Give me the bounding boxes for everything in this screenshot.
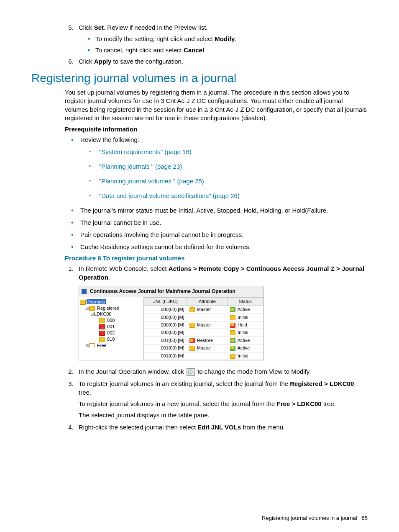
section-heading: Registering journal volumes in a journal — [31, 72, 368, 85]
text: . Review if needed in the Preview list. — [104, 24, 207, 31]
intro-paragraph: You set up journal volumes by registerin… — [65, 88, 368, 122]
procedure-list: In Remote Web Console, select Actions > … — [31, 264, 368, 432]
prerequisite-list: Review the following: "System requiremen… — [31, 135, 368, 251]
window-title: Continuous Access Journal for Mainframe … — [90, 288, 235, 295]
link-data-journal-specs[interactable]: "Data and journal volume specifications"… — [99, 192, 240, 199]
expand-icon[interactable]: ⊞ — [85, 343, 89, 349]
cell-attribute: Master — [187, 321, 228, 329]
status-icon — [230, 307, 235, 312]
cell-jnl: 001(00) [M] — [144, 352, 187, 360]
table-row[interactable]: 001(00) [M] Restore Active — [144, 337, 263, 344]
bold-text: Apply — [94, 58, 112, 65]
tree-label: 010 — [107, 337, 115, 342]
tree-ldkc00[interactable]: ⊟LDKC00 — [80, 311, 143, 317]
cell-status: Initial — [228, 329, 263, 337]
tree-free[interactable]: ⊞ Free — [80, 342, 143, 349]
bold-text: Set — [94, 24, 104, 31]
link-system-requirements[interactable]: "System requirements" (page 16) — [99, 148, 192, 155]
table-row[interactable]: 000(00) [M] Initial — [144, 314, 263, 321]
cell-status: Hold — [228, 321, 263, 329]
cell-attribute: Master — [187, 306, 228, 314]
col-status[interactable]: Status — [228, 297, 263, 306]
tree-label: Journals — [87, 299, 106, 304]
cell-attribute: Restore — [187, 337, 228, 344]
journal-icon — [99, 337, 105, 342]
journal-table[interactable]: JNL (LDKC) Attribute Status 000(00) [M] … — [144, 297, 263, 360]
cell-status: Active — [228, 344, 263, 352]
window-icon — [82, 289, 87, 294]
tree-node-001[interactable]: 001 — [80, 324, 143, 330]
link-planning-journals[interactable]: "Planning journals " (page 23) — [99, 163, 182, 170]
cell-attribute — [187, 314, 228, 321]
folder-icon — [89, 306, 95, 311]
col-jnl[interactable]: JNL (LDKC) — [144, 297, 187, 306]
step-6: Click Apply to save the configuration. — [75, 57, 368, 66]
modify-mode-icon[interactable] — [187, 368, 195, 376]
cell-attribute — [187, 329, 228, 337]
tree-label: 002 — [107, 330, 115, 335]
preceding-steps-list: Click Set. Review if needed in the Previ… — [31, 23, 368, 66]
attribute-icon — [189, 338, 195, 343]
text: . — [108, 274, 110, 281]
text: Review the following: — [80, 136, 139, 143]
text: In Remote Web Console, select — [79, 265, 169, 272]
tree-registered[interactable]: ⊟ Registered — [80, 305, 143, 311]
step-5: Click Set. Review if needed in the Previ… — [75, 23, 368, 54]
step-5-sub1: To modify the setting, right click and s… — [95, 34, 368, 43]
tree-node-000[interactable]: 000 — [80, 317, 143, 324]
attribute-icon — [189, 323, 195, 328]
status-icon — [230, 315, 235, 320]
tree-node-010[interactable]: 010 — [80, 336, 143, 342]
text: To cancel, right click and select — [95, 46, 184, 54]
text: Click — [79, 58, 94, 65]
text: To modify the setting, right click and s… — [95, 35, 215, 42]
cell-attribute — [187, 352, 228, 360]
bold-text: Registered > LDKC00 — [290, 380, 354, 387]
table-pane: JNL (LDKC) Attribute Status 000(00) [M] … — [144, 297, 263, 360]
prereq-cache-residency: Cache Residency settings cannot be defin… — [71, 242, 368, 251]
col-attribute[interactable]: Attribute — [187, 297, 228, 306]
text: . — [204, 46, 206, 54]
cell-jnl: 000(00) [M] — [144, 314, 187, 321]
prereq-not-in-use: The journal cannot be in use. — [71, 218, 368, 227]
cell-jnl: 001(00) [M] — [144, 344, 187, 352]
cell-status: Initial — [228, 352, 263, 360]
table-row[interactable]: 000(00) [M] Master Active — [144, 306, 263, 314]
text: The selected journal displays in the tab… — [79, 411, 368, 419]
bold-text: Free > LDKC00 — [277, 400, 322, 407]
tree-label: LDKC00 — [94, 311, 112, 316]
journal-operation-window: Continuous Access Journal for Mainframe … — [79, 286, 263, 360]
attribute-icon — [189, 307, 195, 312]
bold-text: Edit JNL VOLs — [197, 424, 241, 431]
proc-step-1: In Remote Web Console, select Actions > … — [75, 264, 368, 360]
table-row[interactable]: 001(00) [M] Master Active — [144, 344, 263, 352]
tree-pane[interactable]: Journals ⊟ Registered ⊟LDKC00 000 001 00… — [79, 297, 144, 360]
text: To register journal volumes in an existi… — [79, 380, 290, 387]
cell-status: Active — [228, 337, 263, 344]
status-icon — [230, 346, 235, 351]
text: from the menu. — [241, 424, 285, 431]
prereq-pair-ops: Pair operations involving the journal ca… — [71, 230, 368, 239]
text: tree. — [322, 400, 336, 407]
table-row[interactable]: 001(00) [M] Initial — [144, 352, 263, 360]
cell-status: Active — [228, 306, 263, 314]
table-row[interactable]: 000(00) [M] Master Hold — [144, 321, 263, 329]
text: Right-click the selected journal then se… — [79, 424, 197, 431]
folder-icon — [80, 300, 86, 305]
status-icon — [230, 323, 235, 328]
journal-icon — [99, 318, 105, 323]
proc-step-2: In the Journal Operation window, click t… — [75, 367, 368, 376]
tree-node-002[interactable]: 002 — [80, 330, 143, 336]
tree-label: Free — [97, 343, 107, 348]
bold-text: Cancel — [184, 46, 204, 54]
link-planning-journal-volumes[interactable]: "Planning journal volumes " (page 25) — [99, 177, 204, 185]
collapse-icon[interactable]: ⊟ — [85, 306, 89, 311]
collapse-icon[interactable]: ⊟ — [90, 311, 94, 317]
page-footer: Registering journal volumes in a journal… — [262, 515, 368, 521]
cell-jnl: 001(00) [M] — [144, 337, 187, 344]
table-row[interactable]: 000(00) [M] Initial — [144, 329, 263, 337]
status-icon — [230, 354, 235, 359]
tree-label: Registered — [97, 306, 119, 311]
journal-icon — [99, 324, 105, 329]
tree-root-journals[interactable]: Journals — [80, 299, 143, 305]
